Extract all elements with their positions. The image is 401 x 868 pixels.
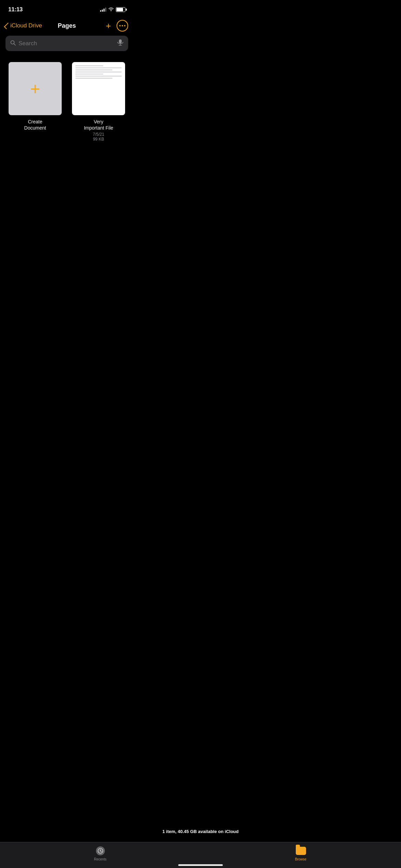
more-button[interactable] <box>117 20 128 32</box>
page-title: Pages <box>58 22 76 29</box>
file-name: VeryImportant File <box>84 119 113 131</box>
search-input[interactable] <box>19 40 114 47</box>
chevron-left-icon <box>4 22 10 29</box>
nav-header: iCloud Drive Pages + <box>0 17 134 36</box>
back-label: iCloud Drive <box>10 22 42 29</box>
file-thumbnail <box>72 62 125 115</box>
search-icon <box>10 40 16 47</box>
battery-icon <box>116 7 125 12</box>
wifi-icon <box>108 8 114 12</box>
search-bar[interactable] <box>5 36 128 51</box>
search-container <box>0 36 134 57</box>
signal-icon <box>100 8 106 12</box>
status-time: 11:13 <box>8 6 23 13</box>
nav-actions: + <box>106 20 128 32</box>
file-size: 99 KB <box>93 137 104 142</box>
create-document-item[interactable]: + CreateDocument <box>7 62 63 142</box>
file-date: 7/5/21 <box>93 132 104 137</box>
create-document-label: CreateDocument <box>24 119 46 131</box>
document-preview <box>75 65 122 80</box>
plus-icon: + <box>30 80 40 97</box>
svg-rect-2 <box>119 39 122 43</box>
dot-icon <box>124 25 125 26</box>
files-grid: + CreateDocument VeryImportant File 7/5/… <box>0 57 134 147</box>
add-button[interactable]: + <box>106 21 111 30</box>
mic-icon[interactable] <box>117 39 123 48</box>
svg-line-1 <box>14 44 16 45</box>
dot-icon <box>122 25 123 26</box>
create-document-thumbnail: + <box>9 62 62 115</box>
back-button[interactable]: iCloud Drive <box>5 22 42 29</box>
status-bar: 11:13 <box>0 0 134 17</box>
status-icons <box>100 7 125 12</box>
dot-icon <box>119 25 121 26</box>
file-item[interactable]: VeryImportant File 7/5/21 99 KB <box>70 62 127 142</box>
